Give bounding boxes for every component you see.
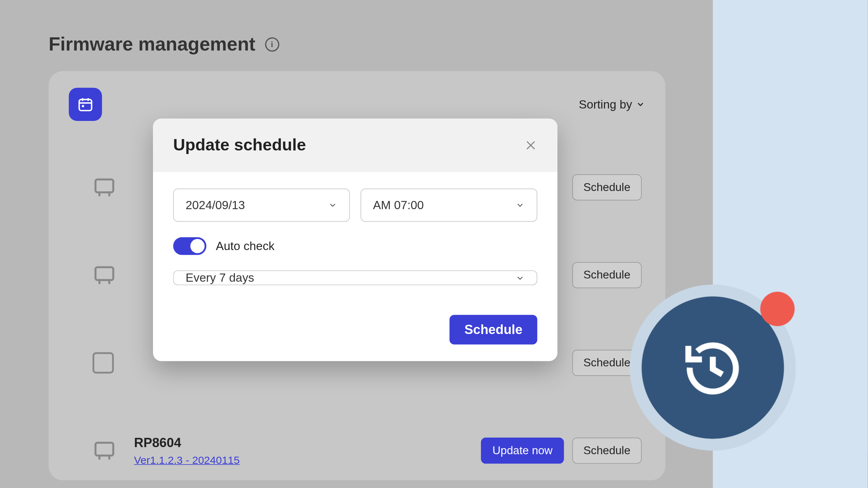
close-icon [524,139,538,152]
update-now-button[interactable]: Update now [481,437,564,463]
monitor-icon [92,263,116,287]
device-row: RP8604 Ver1.1.2.3 - 20240115 Update now … [69,407,645,488]
svg-rect-4 [82,105,84,107]
svg-rect-0 [79,100,92,111]
history-floating-button[interactable] [630,285,796,451]
chevron-down-icon [515,200,525,210]
date-select[interactable]: 2024/09/13 [173,189,350,222]
calendar-button[interactable] [69,88,102,121]
update-schedule-modal: Update schedule 2024/09/13 AM 07:00 [153,118,557,361]
monitor-icon [92,175,116,199]
svg-rect-11 [95,443,113,456]
chevron-down-icon [515,273,525,283]
close-button[interactable] [524,139,538,152]
monitor-icon [92,439,116,463]
chevron-down-icon [636,100,645,109]
modal-title: Update schedule [173,136,306,155]
calendar-icon [77,96,94,113]
auto-check-toggle[interactable] [173,237,206,255]
time-select[interactable]: AM 07:00 [361,189,538,222]
chevron-down-icon [328,200,338,210]
schedule-submit-button[interactable]: Schedule [450,315,537,344]
sort-by-dropdown[interactable]: Sorting by [579,97,645,111]
svg-rect-8 [95,267,113,280]
svg-rect-5 [95,180,113,192]
square-icon [92,352,114,373]
history-icon [680,335,745,400]
sort-by-label: Sorting by [579,97,632,111]
schedule-button[interactable]: Schedule [572,174,641,200]
device-version-link[interactable]: Ver1.1.2.3 - 20240115 [134,454,240,466]
frequency-select[interactable]: Every 7 days [173,270,538,285]
page-title: Firmware management [49,33,255,55]
date-value: 2024/09/13 [186,198,245,212]
schedule-button[interactable]: Schedule [572,262,641,288]
frequency-value: Every 7 days [186,271,254,285]
device-name: RP8604 [134,435,464,450]
info-icon[interactable]: i [265,37,279,51]
time-value: AM 07:00 [373,198,424,212]
notification-dot-icon [760,292,795,326]
auto-check-label: Auto check [216,239,275,253]
